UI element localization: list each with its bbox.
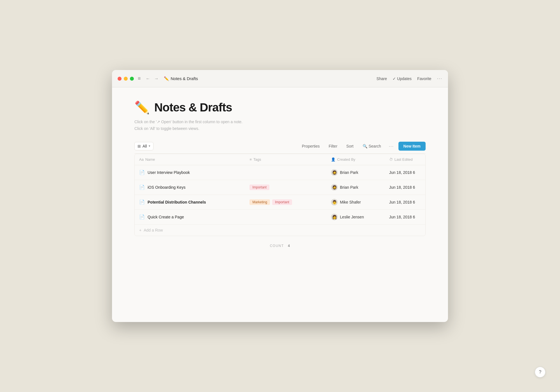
add-row-label: Add a Row (144, 228, 163, 232)
tags-cell (245, 165, 326, 180)
tags-col-label: Tags (253, 157, 261, 162)
chevron-down-icon: ▾ (149, 144, 150, 148)
name-cell: 📄 iOS Onboarding Keys (135, 180, 245, 195)
tags-cell: MarketingImportant (245, 195, 326, 209)
titlebar-title: ✏️ Notes & Drafts (164, 76, 198, 81)
last-edited-cell: Jun 18, 2018 6 (385, 209, 425, 224)
titlebar-left: ≡ ← → ✏️ Notes & Drafts (118, 76, 198, 82)
more-options-button[interactable]: ··· (437, 76, 442, 81)
filter-button[interactable]: Filter (325, 142, 341, 150)
titlebar-text: Notes & Drafts (171, 76, 198, 81)
tags-cell: Important (245, 180, 326, 195)
created-col-icon: 👤 (331, 157, 335, 162)
description-line2: Click on 'All' to toggle between views. (134, 125, 426, 132)
search-label: Search (369, 144, 381, 148)
data-table: Aa Name ≡ Tags 👤 (135, 154, 425, 224)
row-name: Potential Distribution Channels (148, 200, 206, 204)
view-label: All (143, 144, 147, 148)
last-edited-cell: Jun 18, 2018 6 (385, 180, 425, 195)
avatar: 🧔 (331, 184, 338, 191)
last-edited-cell: Jun 18, 2018 6 (385, 165, 425, 180)
created-col-label: Created By (337, 157, 355, 162)
created-by-name: Mike Shafer (340, 200, 361, 204)
tag-important[interactable]: Important (272, 199, 292, 205)
hamburger-icon[interactable]: ≡ (138, 76, 141, 81)
tags-col-icon: ≡ (249, 157, 252, 162)
column-header-name: Aa Name (135, 154, 245, 165)
titlebar-right: Share ✓ Updates Favorite ··· (377, 76, 442, 81)
tag-marketing[interactable]: Marketing (249, 199, 270, 205)
share-button[interactable]: Share (377, 76, 387, 81)
new-item-button[interactable]: New Item (398, 142, 426, 151)
table-row[interactable]: 📄 Quick Create a Page 👩 Leslie Jensen Ju… (135, 209, 425, 224)
table-row[interactable]: 📄 User Interview Playbook 🧔 Brian Park J… (135, 165, 425, 180)
close-button[interactable] (118, 77, 122, 81)
avatar: 👨 (331, 199, 338, 206)
view-selector[interactable]: ⊞ All ▾ (134, 142, 153, 150)
document-icon: 📄 (139, 185, 145, 190)
titlebar: ≡ ← → ✏️ Notes & Drafts Share ✓ Updates … (112, 70, 448, 87)
table-row[interactable]: 📄 Potential Distribution Channels Market… (135, 195, 425, 209)
column-header-tags: ≡ Tags (245, 154, 326, 165)
help-button[interactable]: ? (535, 367, 545, 377)
search-button[interactable]: 🔍 Search (359, 142, 384, 150)
created-by-cell: 🧔 Brian Park (326, 165, 385, 180)
count-value: 4 (288, 244, 290, 248)
plus-icon: + (139, 228, 141, 232)
sort-button[interactable]: Sort (343, 142, 357, 150)
table-body: 📄 User Interview Playbook 🧔 Brian Park J… (135, 165, 425, 224)
page-header: ✏️ Notes & Drafts Click on the '↗ Open' … (134, 101, 426, 132)
name-col-label: Name (145, 157, 155, 162)
table-container: Aa Name ≡ Tags 👤 (134, 154, 426, 236)
avatar: 🧔 (331, 169, 338, 176)
main-content: ✏️ Notes & Drafts Click on the '↗ Open' … (112, 87, 448, 322)
grid-icon: ⊞ (137, 144, 141, 148)
created-by-cell: 👨 Mike Shafer (326, 195, 385, 209)
titlebar-emoji: ✏️ (164, 76, 169, 81)
tag-important[interactable]: Important (249, 185, 269, 190)
add-row-button[interactable]: + Add a Row (135, 224, 425, 236)
row-name: iOS Onboarding Keys (148, 185, 185, 190)
updates-button[interactable]: ✓ Updates (393, 76, 412, 81)
forward-button[interactable]: → (153, 76, 160, 82)
document-icon: 📄 (139, 214, 145, 220)
favorite-button[interactable]: Favorite (417, 76, 431, 81)
traffic-lights (118, 77, 134, 81)
minimize-button[interactable] (124, 77, 128, 81)
name-cell: 📄 User Interview Playbook (135, 165, 245, 180)
properties-button[interactable]: Properties (298, 142, 323, 150)
created-by-cell: 👩 Leslie Jensen (326, 209, 385, 224)
main-window: ≡ ← → ✏️ Notes & Drafts Share ✓ Updates … (112, 70, 448, 322)
toolbar-more-icon[interactable]: ··· (387, 142, 396, 150)
created-by-cell: 🧔 Brian Park (326, 180, 385, 195)
row-name: User Interview Playbook (148, 170, 190, 175)
search-icon: 🔍 (363, 144, 367, 148)
page-title-row: ✏️ Notes & Drafts (134, 101, 426, 114)
count-row: COUNT 4 (134, 236, 426, 256)
table-row[interactable]: 📄 iOS Onboarding Keys Important 🧔 Brian … (135, 180, 425, 195)
name-cell: 📄 Quick Create a Page (135, 209, 245, 224)
count-label: COUNT (270, 244, 284, 248)
toolbar: ⊞ All ▾ Properties Filter Sort 🔍 Search … (134, 139, 426, 154)
avatar: 👩 (331, 214, 338, 220)
created-by-name: Leslie Jensen (340, 215, 364, 219)
page-title: Notes & Drafts (154, 101, 232, 114)
last-edited-cell: Jun 18, 2018 6 (385, 195, 425, 209)
nav-arrows: ← → (145, 76, 160, 82)
back-button[interactable]: ← (145, 76, 151, 82)
column-header-created-by: 👤 Created By (326, 154, 385, 165)
description-line1: Click on the '↗ Open' button in the firs… (134, 119, 426, 125)
page-emoji: ✏️ (134, 101, 150, 114)
document-icon: 📄 (139, 170, 145, 175)
created-by-name: Brian Park (340, 170, 358, 175)
checkmark-icon: ✓ (393, 76, 396, 81)
name-cell: 📄 Potential Distribution Channels (135, 195, 245, 209)
table-header: Aa Name ≡ Tags 👤 (135, 154, 425, 165)
created-by-name: Brian Park (340, 185, 358, 190)
edited-col-label: Last Edited (395, 157, 413, 162)
name-col-icon: Aa (139, 157, 144, 162)
maximize-button[interactable] (130, 77, 134, 81)
edited-col-icon: ⏱ (389, 157, 393, 162)
row-name: Quick Create a Page (148, 215, 184, 219)
column-header-last-edited: ⏱ Last Edited (385, 154, 425, 165)
